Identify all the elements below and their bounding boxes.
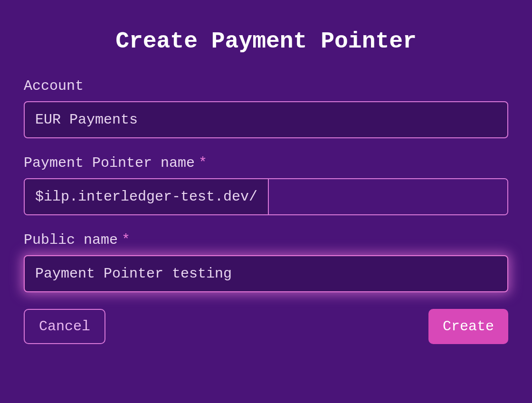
pointer-name-prefix: $ilp.interledger-test.dev/ (25, 179, 269, 214)
pointer-name-input[interactable] (269, 179, 507, 214)
account-field-group: Account (24, 78, 508, 138)
required-indicator: * (199, 155, 207, 171)
create-button[interactable]: Create (428, 309, 508, 344)
pointer-name-input-group: $ilp.interledger-test.dev/ (24, 178, 508, 215)
account-label: Account (24, 78, 508, 94)
cancel-button[interactable]: Cancel (24, 309, 105, 344)
public-name-input[interactable] (24, 255, 508, 292)
pointer-name-label: Payment Pointer name* (24, 155, 508, 171)
required-indicator: * (122, 232, 130, 248)
pointer-name-field-group: Payment Pointer name* $ilp.interledger-t… (24, 155, 508, 215)
dialog-title: Create Payment Pointer (24, 29, 508, 54)
public-name-label: Public name* (24, 232, 508, 248)
button-row: Cancel Create (24, 309, 508, 344)
public-name-field-group: Public name* (24, 232, 508, 292)
account-input[interactable] (24, 101, 508, 138)
